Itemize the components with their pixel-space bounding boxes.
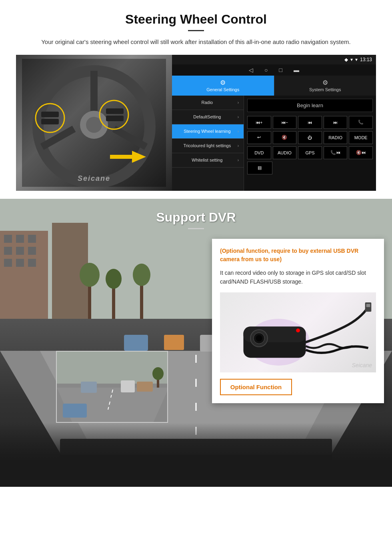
svg-rect-40: [164, 335, 184, 350]
title-divider: [188, 30, 204, 31]
dvr-thumbnail: [56, 351, 168, 423]
control-grid-row1: ⏮+ ⏮− ⏮ ⏭ 📞: [247, 116, 373, 129]
menu-tricolour-label: Tricoloured light settings: [177, 143, 238, 148]
menu-item-tricolour[interactable]: Tricoloured light settings ›: [172, 139, 244, 153]
dvr-camera-image: Seicane: [220, 292, 376, 372]
menu-item-steering[interactable]: Steering Wheel learning ›: [172, 124, 244, 139]
begin-learn-button[interactable]: Begin learn: [247, 99, 373, 112]
nav-bar: ◁ ○ □ ▬: [172, 64, 376, 76]
btn-gps[interactable]: GPS: [298, 146, 322, 159]
svg-point-50: [256, 335, 262, 342]
btn-mute-next[interactable]: 🔇⏭: [349, 146, 373, 159]
menu-default-label: DefaultSetting: [177, 114, 238, 119]
svg-point-32: [133, 264, 150, 286]
menu-item-whitelist[interactable]: Whitelist setting ›: [172, 153, 244, 168]
tab-row: ⚙ General Settings ⚙ System Settings: [172, 76, 376, 96]
btn-phone[interactable]: 📞: [349, 116, 373, 129]
steering-wheel-bg: Seicane: [16, 55, 172, 191]
menu-radio-arrow: ›: [238, 100, 239, 105]
btn-next[interactable]: ⏭: [324, 116, 348, 129]
svg-point-28: [80, 263, 100, 287]
svg-point-30: [106, 269, 122, 289]
signal-icon: ▾: [350, 57, 353, 62]
recent-nav[interactable]: □: [279, 67, 282, 73]
dvr-description: It can record video only to storage in G…: [220, 268, 376, 286]
steering-photo: Seicane: [16, 55, 172, 191]
btn-vol-down[interactable]: ⏮−: [273, 116, 297, 129]
menu-nav[interactable]: ▬: [294, 67, 299, 73]
svg-rect-11: [106, 108, 124, 114]
control-grid-row3: DVD AUDIO GPS 📞⏮ 🔇⏭: [247, 146, 373, 159]
svg-rect-24: [16, 259, 24, 267]
steering-section: Steering Wheel Control Your original car…: [0, 0, 392, 199]
svg-rect-59: [81, 382, 97, 393]
steering-subtitle: Your original car's steering wheel contr…: [16, 38, 376, 47]
btn-extra[interactable]: ▤: [247, 162, 272, 174]
home-nav[interactable]: ○: [264, 67, 268, 73]
menu-default-arrow: ›: [238, 115, 239, 119]
tab-system-label: System Settings: [309, 87, 341, 92]
svg-rect-23: [4, 259, 12, 267]
menu-whitelist-arrow: ›: [238, 158, 239, 162]
dvr-optional-note: (Optional function, require to buy exter…: [220, 247, 376, 264]
system-icon: ⚙: [322, 79, 328, 86]
optional-function-button[interactable]: Optional Function: [220, 379, 292, 395]
steering-title: Steering Wheel Control: [16, 12, 376, 27]
menu-list: Radio › DefaultSetting › Steering Wheel …: [172, 96, 244, 191]
svg-rect-61: [137, 382, 153, 392]
btn-mute[interactable]: 🔇: [273, 131, 297, 144]
menu-item-radio[interactable]: Radio ›: [172, 96, 244, 110]
menu-content: Radio › DefaultSetting › Steering Wheel …: [172, 96, 376, 191]
dvr-bottom-gradient: [0, 423, 392, 487]
menu-tricolour-arrow: ›: [238, 144, 239, 148]
dvr-info-card: (Optional function, require to buy exter…: [212, 239, 384, 404]
svg-rect-21: [16, 247, 24, 255]
status-bar: ◆ ▾ ▾ 13:13: [172, 55, 376, 64]
svg-rect-17: [4, 235, 12, 243]
svg-rect-8: [41, 112, 59, 117]
steering-demo: Seicane ◆ ▾ ▾ 13:13 ◁ ○ □ ▬ ⚙: [16, 55, 376, 191]
btn-back[interactable]: ↩: [247, 131, 271, 144]
menu-radio-label: Radio: [177, 100, 238, 105]
svg-rect-20: [4, 247, 12, 255]
btn-vol-up[interactable]: ⏮+: [247, 116, 271, 129]
svg-rect-18: [16, 235, 24, 243]
btn-dvd[interactable]: DVD: [247, 146, 271, 159]
control-grid-row2: ↩ 🔇 ⏻ RADIO MODE: [247, 131, 373, 144]
btn-audio[interactable]: AUDIO: [273, 146, 297, 159]
dvr-title-area: Support DVR: [0, 199, 392, 233]
back-nav[interactable]: ◁: [249, 67, 253, 73]
thumbnail-road-view: [57, 352, 168, 423]
tab-general-label: General Settings: [206, 87, 239, 92]
camera-illustration: [220, 294, 376, 370]
tab-system-settings[interactable]: ⚙ System Settings: [274, 76, 376, 96]
dvr-divider: [188, 228, 204, 229]
svg-rect-53: [366, 304, 370, 307]
btn-mode[interactable]: MODE: [349, 131, 373, 144]
btn-power[interactable]: ⏻: [298, 131, 322, 144]
menu-whitelist-label: Whitelist setting: [177, 158, 238, 162]
svg-rect-25: [28, 259, 36, 267]
tab-general-settings[interactable]: ⚙ General Settings: [172, 76, 274, 96]
dvr-watermark: Seicane: [352, 362, 372, 368]
btn-prev[interactable]: ⏮: [298, 116, 322, 129]
menu-item-default[interactable]: DefaultSetting ›: [172, 110, 244, 124]
steering-content: Begin learn ⏮+ ⏮− ⏮ ⏭ 📞 ↩ 🔇 ⏻ RADIO: [244, 96, 376, 191]
btn-phone-prev[interactable]: 📞⏮: [324, 146, 348, 159]
dvr-section: Support DVR (Optional function, require …: [0, 199, 392, 487]
svg-rect-19: [28, 235, 36, 243]
svg-rect-60: [121, 380, 135, 392]
svg-point-64: [152, 367, 164, 380]
menu-steering-label: Steering Wheel learning: [177, 129, 238, 134]
svg-rect-16: [0, 231, 48, 319]
seicane-watermark: Seicane: [78, 174, 110, 183]
btn-radio[interactable]: RADIO: [324, 131, 348, 144]
svg-rect-14: [110, 155, 134, 159]
settings-icon: ⚙: [220, 79, 226, 86]
location-icon: ◆: [344, 57, 348, 62]
steering-wheel-svg: [22, 59, 166, 187]
menu-steering-arrow: ›: [238, 129, 239, 134]
svg-rect-22: [28, 247, 36, 255]
svg-rect-62: [63, 404, 87, 418]
wifi-icon: ▾: [355, 57, 358, 62]
